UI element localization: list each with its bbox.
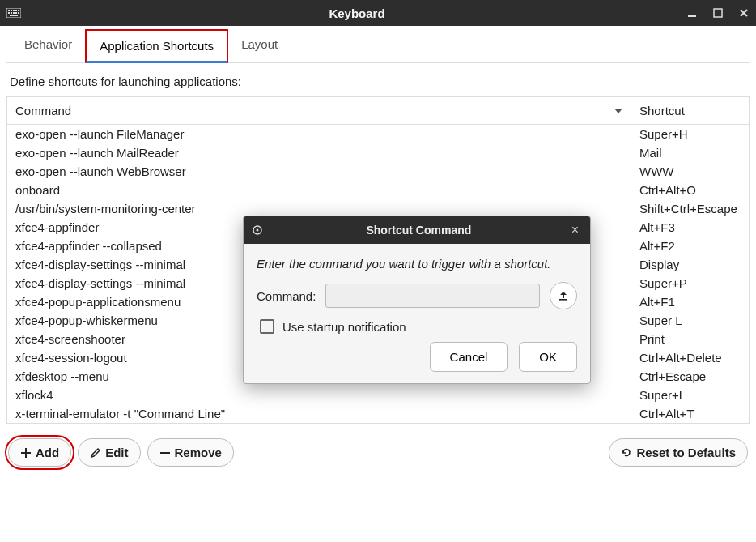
shortcut-command-dialog: Shortcut Command × Enter the command you… bbox=[243, 216, 591, 384]
dialog-titlebar: Shortcut Command × bbox=[244, 216, 590, 244]
svg-rect-9 bbox=[15, 12, 17, 14]
shortcut-cell: Super+H bbox=[631, 125, 749, 143]
plus-icon bbox=[20, 447, 32, 459]
shortcut-cell: Ctrl+Escape bbox=[631, 367, 749, 386]
gear-icon bbox=[252, 224, 265, 236]
shortcut-cell: Display bbox=[631, 255, 749, 274]
svg-rect-6 bbox=[8, 12, 10, 14]
table-row[interactable]: xflock4Super+L bbox=[7, 386, 749, 404]
shortcut-cell: WWW bbox=[631, 162, 749, 181]
shortcut-cell: Shift+Ctrl+Escape bbox=[631, 199, 749, 218]
svg-point-20 bbox=[257, 229, 259, 232]
table-row[interactable]: exo-open --launch FileManagerSuper+H bbox=[7, 125, 749, 143]
tab-behavior[interactable]: Behavior bbox=[11, 29, 85, 62]
dialog-close-button[interactable]: × bbox=[568, 223, 582, 237]
svg-rect-4 bbox=[15, 10, 17, 11]
shortcut-cell: Ctrl+Alt+Delete bbox=[631, 348, 749, 367]
edit-button[interactable]: Edit bbox=[78, 438, 140, 467]
shortcut-cell: Super+P bbox=[631, 274, 749, 292]
minimize-button[interactable] bbox=[686, 7, 698, 19]
svg-rect-8 bbox=[13, 12, 15, 14]
shortcut-cell: Print bbox=[631, 330, 749, 348]
reset-defaults-label: Reset to Defaults bbox=[636, 446, 736, 459]
svg-rect-1 bbox=[8, 10, 10, 11]
add-button[interactable]: Add bbox=[8, 438, 71, 467]
revert-icon bbox=[621, 447, 632, 459]
column-header-command-label: Command bbox=[15, 104, 71, 117]
svg-rect-2 bbox=[11, 10, 12, 11]
remove-button-label: Remove bbox=[175, 446, 222, 459]
shortcut-cell: Mail bbox=[631, 143, 749, 162]
svg-rect-13 bbox=[714, 9, 722, 17]
upload-icon bbox=[558, 290, 569, 301]
dialog-title: Shortcut Command bbox=[270, 224, 568, 237]
remove-button[interactable]: Remove bbox=[147, 438, 234, 467]
command-cell: exo-open --launch WebBrowser bbox=[7, 162, 631, 181]
command-label: Command: bbox=[257, 289, 316, 303]
window-titlebar: Keyboard bbox=[0, 0, 756, 26]
table-row[interactable]: exo-open --launch MailReaderMail bbox=[7, 143, 749, 162]
keyboard-app-icon bbox=[6, 7, 21, 19]
minus-icon bbox=[159, 447, 171, 459]
startup-notification-checkbox[interactable]: Use startup notification bbox=[260, 319, 577, 334]
table-row[interactable]: onboardCtrl+Alt+O bbox=[7, 181, 749, 199]
shortcut-cell: Super L bbox=[631, 311, 749, 330]
svg-rect-10 bbox=[18, 12, 19, 14]
shortcut-cell: Alt+F3 bbox=[631, 218, 749, 237]
maximize-button[interactable] bbox=[712, 7, 724, 19]
dialog-instruction: Enter the command you want to trigger wi… bbox=[257, 257, 577, 271]
svg-rect-21 bbox=[559, 299, 567, 301]
svg-rect-7 bbox=[11, 12, 12, 14]
column-header-shortcut[interactable]: Shortcut bbox=[631, 97, 749, 124]
table-header: Command Shortcut bbox=[7, 97, 749, 125]
command-cell: exo-open --launch FileManager bbox=[7, 125, 631, 143]
tab-application-shortcuts[interactable]: Application Shortcuts bbox=[85, 29, 228, 63]
tabs: Behavior Application Shortcuts Layout bbox=[6, 29, 750, 63]
table-row[interactable]: x-terminal-emulator -t "Command Line"Ctr… bbox=[7, 404, 749, 423]
shortcut-cell: Super+L bbox=[631, 386, 749, 404]
pencil-icon bbox=[90, 447, 101, 459]
tab-layout[interactable]: Layout bbox=[228, 29, 291, 62]
svg-rect-5 bbox=[18, 10, 19, 11]
shortcut-cell: Alt+F1 bbox=[631, 292, 749, 311]
command-cell: onboard bbox=[7, 181, 631, 199]
command-input[interactable] bbox=[325, 284, 540, 308]
svg-rect-3 bbox=[13, 10, 15, 11]
sort-indicator-icon bbox=[614, 109, 622, 113]
action-bar: Add Edit Remove Reset to Defaults bbox=[6, 438, 750, 467]
command-cell: xflock4 bbox=[7, 386, 631, 404]
cancel-button[interactable]: Cancel bbox=[430, 342, 508, 372]
command-cell: x-terminal-emulator -t "Command Line" bbox=[7, 404, 631, 423]
window-title: Keyboard bbox=[28, 6, 686, 20]
close-button[interactable] bbox=[738, 7, 750, 19]
add-button-label: Add bbox=[36, 446, 59, 459]
svg-rect-12 bbox=[688, 15, 696, 17]
reset-defaults-button[interactable]: Reset to Defaults bbox=[609, 438, 748, 467]
section-description: Define shortcuts for launching applicati… bbox=[10, 75, 746, 88]
command-cell: exo-open --launch MailReader bbox=[7, 143, 631, 162]
shortcut-cell: Alt+F2 bbox=[631, 237, 749, 255]
ok-button[interactable]: OK bbox=[519, 342, 577, 372]
shortcut-cell: Ctrl+Alt+T bbox=[631, 404, 749, 423]
table-row[interactable]: exo-open --launch WebBrowserWWW bbox=[7, 162, 749, 181]
shortcut-cell: Ctrl+Alt+O bbox=[631, 181, 749, 199]
edit-button-label: Edit bbox=[105, 446, 128, 459]
svg-rect-11 bbox=[10, 15, 18, 16]
browse-command-button[interactable] bbox=[550, 282, 577, 309]
column-header-shortcut-label: Shortcut bbox=[639, 104, 685, 117]
column-header-command[interactable]: Command bbox=[7, 97, 631, 124]
startup-notification-label: Use startup notification bbox=[282, 320, 406, 334]
checkbox-icon bbox=[260, 319, 274, 334]
